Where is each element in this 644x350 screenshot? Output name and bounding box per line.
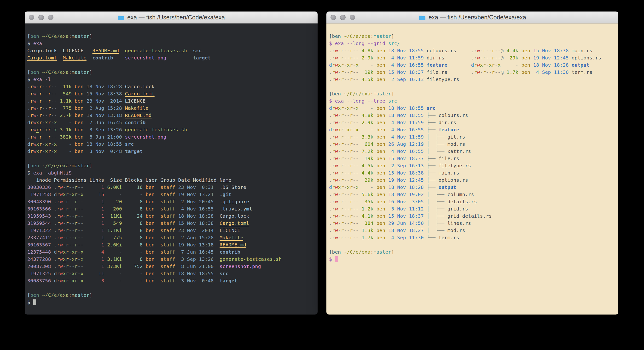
window-title-text: exa — fish /Users/ben/Code/exa/exa [127, 14, 225, 21]
terminal-line: 30030336 .rw-r--r-- 1 6.0Ki 16 ben staff… [27, 184, 315, 191]
terminal-line: .rw-r--r-- 2.9k ben 4 Nov 11:59 ├── dir.… [329, 119, 616, 126]
terminal-line: [ben ~/C/e/exa:master] [27, 68, 315, 76]
terminal-line: .rw-r--r-- 4.4k ben 15 Nov 18:38 ├── mai… [329, 169, 616, 176]
window-controls [29, 12, 54, 23]
terminal-line: 1971325 drwxr-xr-x 11 - - ben staff 18 N… [27, 270, 315, 277]
terminal-line: .rw-r--r-- 4.5k ben 2 Sep 16:13 filetype… [329, 76, 616, 83]
terminal-line: .rw-r--r-- 2.9k ben 4 Nov 11:59 dir.rs .… [329, 54, 616, 61]
window-title-text: exa — fish /Users/ben/Code/exa/exa [428, 14, 526, 21]
terminal-line: $ exa --long --tree src [329, 97, 616, 104]
terminal-line: .rw-r--r-- 2.7k ben 19 Nov 13:18 README.… [27, 112, 315, 119]
terminal-line [27, 155, 315, 162]
terminal-line: .rw-r--r-- 19k ben 15 Nov 18:37 file.rs … [329, 68, 616, 76]
terminal-line: 23377412 .rw-r--r-- 1 775 8 ben staff 2 … [27, 234, 315, 241]
terminal-line: .rw-r--r-- 384 ben 29 Jun 14:50 │ ├── li… [329, 220, 616, 227]
folder-icon [419, 14, 426, 20]
terminal-line: $ exa -abghHliS [27, 169, 315, 176]
terminal-screen[interactable]: [ben ~/C/e/exa:master]$ exaCargo.lock LI… [25, 24, 318, 314]
terminal-line: inode Permissions Links Size Blocks User… [27, 176, 315, 184]
terminal-line: drwxr-xr-x - ben 4 Nov 16:55 feature drw… [329, 61, 616, 68]
terminal-line: $ exa --long --grid src/ [329, 40, 616, 47]
window-controls [330, 12, 355, 23]
terminal-line: 24377288 .rwxr-xr-x 1 3.1Ki 8 ben staff … [27, 256, 315, 263]
terminal-line: .rw-r--r-- 11k ben 18 Nov 18:28 Cargo.lo… [27, 83, 315, 90]
terminal-line: $ [27, 299, 315, 306]
terminal-line: .rw-r--r-- 4.1k ben 15 Nov 18:37 │ ├── g… [329, 212, 616, 220]
terminal-line: .rw-r--r-- 4.8k ben 18 Nov 18:55 ├── col… [329, 112, 616, 119]
terminal-line: [ben ~/C/e/exa:master] [27, 162, 315, 169]
terminal-line: .rwxr-xr-x 3.1k ben 3 Sep 13:26 generate… [27, 126, 315, 133]
terminal-line: $ [329, 256, 616, 263]
terminal-line: 1971322 .rw-r--r-- 1 1.1Ki 8 ben staff 2… [27, 227, 315, 234]
titlebar[interactable]: exa — fish /Users/ben/Code/exa/exa [326, 12, 618, 24]
terminal-line: .rw-r--r-- 1.3k ben 18 Nov 18:27 │ └── m… [329, 227, 616, 234]
desktop: { "left_window": { "title": "exa — fish … [0, 0, 644, 350]
terminal-line [329, 241, 616, 248]
terminal-line: 31959543 .rw-r--r-- 1 11Ki 24 ben staff … [27, 212, 315, 220]
titlebar[interactable]: exa — fish /Users/ben/Code/exa/exa [25, 12, 318, 24]
terminal-screen[interactable]: [ben ~/C/e/exa:master]$ exa --long --gri… [326, 24, 618, 314]
terminal-line: .rw-r--r-- 382k ben 8 Jun 21:00 screensh… [27, 133, 315, 140]
terminal-line: 31959544 .rw-r--r-- 1 549 8 ben staff 15… [27, 220, 315, 227]
terminal-line: .rw-r--r-- 3.3k ben 4 Nov 11:59 │ ├── gi… [329, 133, 616, 140]
terminal-line: $ exa [27, 40, 315, 47]
zoom-button[interactable] [350, 14, 355, 20]
terminal-line: .rw-r--r-- 1.7k ben 4 Sep 11:30 └── term… [329, 234, 616, 241]
terminal-line: drwxr-xr-x - ben 7 Jun 16:45 contrib [27, 119, 315, 126]
window-title: exa — fish /Users/ben/Code/exa/exa [419, 14, 526, 21]
terminal-line: .rw-r--r-- 4.5k ben 2 Sep 16:13 ├── file… [329, 162, 616, 169]
terminal-line [27, 61, 315, 68]
terminal-window-light: exa — fish /Users/ben/Code/exa/exa [ben … [326, 12, 618, 314]
close-button[interactable] [29, 14, 34, 20]
terminal-line: drwxr-xr-x - ben 18 Nov 18:28 ├── output [329, 184, 616, 191]
terminal-line: .rw-r--r-- 775 ben 2 Aug 15:28 Makefile [27, 104, 315, 112]
terminal-line: .rw-r--r-- 604 ben 26 Aug 12:19 │ ├── mo… [329, 140, 616, 148]
close-button[interactable] [330, 14, 336, 20]
terminal-line: .rw-r--r-- 29k ben 19 Nov 12:45 ├── opti… [329, 176, 616, 184]
terminal-line: 12375448 drwxr-xr-x 4 - - ben staff 7 Ju… [27, 248, 315, 256]
terminal-line: 30163566 .rw-r--r-- 1 200 8 ben staff 4 … [27, 205, 315, 212]
terminal-line: Cargo.lock LICENCE README.md generate-te… [27, 47, 315, 54]
terminal-line: 30163567 .rw-r--r-- 1 2.6Ki 8 ben staff … [27, 241, 315, 248]
zoom-button[interactable] [48, 14, 54, 20]
terminal-line: [ben ~/C/e/exa:master] [329, 32, 616, 40]
terminal-line: .rw-r--r-- 1.1k ben 23 Nov 2014 LICENCE [27, 97, 315, 104]
terminal-window-dark: exa — fish /Users/ben/Code/exa/exa [ben … [25, 12, 318, 314]
minimize-button[interactable] [340, 14, 346, 20]
terminal-line: .rw-r--r-- 1.2k ben 3 Nov 11:12 │ ├── gr… [329, 205, 616, 212]
terminal-line [27, 284, 315, 292]
terminal-line: [ben ~/C/e/exa:master] [329, 248, 616, 256]
window-title: exa — fish /Users/ben/Code/exa/exa [118, 14, 225, 21]
terminal-line: [ben ~/C/e/exa:master] [27, 292, 315, 299]
terminal-line: drwxr-xr-x - ben 3 Nov 0:48 target [27, 148, 315, 155]
terminal-line: .rw-r--r-- 19k ben 15 Nov 18:37 ├── file… [329, 155, 616, 162]
terminal-line [329, 83, 616, 90]
terminal-line: .rw-r--r-- 4.8k ben 18 Nov 18:55 colours… [329, 47, 616, 54]
terminal-line: 30083756 drwxr-xr-x 3 - - ben staff 3 No… [27, 277, 315, 284]
terminal-line: [ben ~/C/e/exa:master] [27, 32, 315, 40]
terminal-line: Cargo.toml Makefile contrib screenshot.p… [27, 54, 315, 61]
terminal-line: .rw-r--r-- 35k ben 16 Nov 3:05 │ ├── det… [329, 198, 616, 205]
terminal-line: .rw-r--r-- 7.2k ben 4 Nov 16:55 │ └── xa… [329, 148, 616, 155]
terminal-line: 1971258 drwxr-xr-x 15 - - ben staff 19 N… [27, 191, 315, 198]
terminal-line: .rw-r--r-- 549 ben 15 Nov 18:38 Cargo.to… [27, 90, 315, 97]
folder-icon [118, 14, 125, 20]
terminal-line: 20087308 .rw-r--r-- 1 373Ki 752 ben staf… [27, 263, 315, 270]
terminal-line: [ben ~/C/e/exa:master] [329, 90, 616, 97]
terminal-line: drwxr-xr-x - ben 18 Nov 18:55 src [27, 140, 315, 148]
terminal-line: drwxr-xr-x - ben 18 Nov 18:55 src [329, 104, 616, 112]
minimize-button[interactable] [38, 14, 44, 20]
terminal-line: 30048390 .rw-r--r-- 1 20 8 ben staff 2 N… [27, 198, 315, 205]
terminal-line: .rw-r--r-- 5.6k ben 18 Nov 19:02 │ ├── c… [329, 191, 616, 198]
terminal-line: $ exa -l [27, 76, 315, 83]
terminal-line: drwxr-xr-x - ben 4 Nov 16:55 ├── feature [329, 126, 616, 133]
